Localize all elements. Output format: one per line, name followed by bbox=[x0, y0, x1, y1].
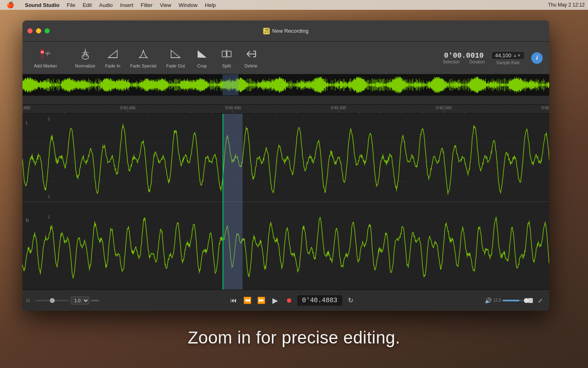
volume-label: 12.0 bbox=[493, 298, 501, 303]
window-title: 🎵 New Recording bbox=[263, 28, 309, 34]
svg-rect-14 bbox=[222, 51, 226, 57]
toolbar: M + Add Marker Normalize bbox=[22, 42, 549, 74]
svg-marker-8 bbox=[108, 50, 117, 58]
fade-in-button[interactable]: Fade In bbox=[100, 45, 125, 71]
selection-region bbox=[223, 114, 243, 289]
split-icon bbox=[220, 48, 233, 62]
apple-menu[interactable]: 🍎 bbox=[3, 0, 18, 9]
zoom-label: 1x bbox=[26, 298, 34, 303]
split-label: Split bbox=[222, 63, 231, 68]
sample-rate-box: 44,100 ▲▼ Sample Rate bbox=[491, 51, 525, 65]
right-db-top: 6 bbox=[48, 215, 50, 220]
menu-view[interactable]: View bbox=[157, 1, 175, 9]
selection-info: 0'00.0010 Selection Duration bbox=[443, 52, 485, 64]
sample-rate-label: Sample Rate bbox=[496, 61, 520, 65]
close-button[interactable] bbox=[27, 28, 33, 34]
zoom-slider[interactable] bbox=[36, 300, 69, 301]
menu-app-name[interactable]: Sound Studio bbox=[22, 1, 62, 9]
add-marker-icon: M + bbox=[39, 48, 51, 62]
menu-window[interactable]: Window bbox=[175, 1, 200, 9]
split-button[interactable]: Split bbox=[214, 45, 239, 71]
time-display: 0'40.4883 bbox=[297, 295, 342, 306]
left-channel-label: L bbox=[26, 120, 28, 125]
menu-help[interactable]: Help bbox=[202, 1, 219, 9]
menu-filter[interactable]: Filter bbox=[138, 1, 156, 9]
title-icon: 🎵 bbox=[263, 28, 270, 34]
volume-section: 🔊 12.0 ⤢ bbox=[485, 295, 546, 306]
left-db-bottom: 6 bbox=[48, 195, 50, 199]
svg-marker-11 bbox=[171, 50, 180, 58]
expand-button[interactable]: ⤢ bbox=[535, 295, 546, 306]
transport-controls: ⏮ ⏪ ⏩ ▶ ⏺ 0'40.4883 ↻ bbox=[228, 295, 356, 306]
play-button[interactable]: ▶ bbox=[270, 295, 281, 306]
fast-forward-button[interactable]: ⏩ bbox=[256, 295, 267, 306]
svg-text:+: + bbox=[48, 50, 50, 54]
transport-bar: 1x 1.0 2.0 4.0 0.5 ⏮ ⏪ ⏩ ▶ ⏺ 0'40. bbox=[22, 289, 549, 311]
menu-insert[interactable]: Insert bbox=[117, 1, 137, 9]
fade-special-button[interactable]: Fade Special bbox=[125, 45, 161, 71]
sample-rate-value: 44,100 ▲▼ bbox=[491, 51, 525, 60]
crop-label: Crop bbox=[197, 63, 207, 68]
zoom-select[interactable]: 1.0 2.0 4.0 0.5 bbox=[71, 296, 89, 305]
channel-divider bbox=[22, 202, 549, 202]
fade-in-label: Fade In bbox=[105, 63, 120, 68]
volume-icon[interactable]: 🔊 bbox=[485, 297, 492, 304]
add-marker-button[interactable]: M + Add Marker bbox=[29, 45, 62, 71]
timeline-ruler bbox=[22, 96, 549, 105]
fade-out-button[interactable]: Fade Out bbox=[161, 45, 190, 71]
selection-label-text: Selection bbox=[443, 60, 459, 64]
crop-icon bbox=[196, 48, 208, 62]
fade-special-icon bbox=[137, 48, 149, 62]
delete-button[interactable]: Delete bbox=[239, 45, 263, 71]
rewind-button[interactable]: ⏪ bbox=[242, 295, 253, 306]
window-controls bbox=[27, 28, 50, 34]
volume-slider[interactable] bbox=[503, 300, 526, 301]
svg-point-6 bbox=[82, 54, 89, 59]
maximize-button[interactable] bbox=[45, 28, 50, 34]
normalize-label: Normalize bbox=[75, 63, 96, 68]
zoom-slider-thumb bbox=[50, 298, 55, 303]
app-window: 🎵 New Recording M + Add Marker bbox=[22, 20, 549, 311]
fade-special-label: Fade Special bbox=[130, 63, 156, 68]
crop-button[interactable]: Crop bbox=[190, 45, 214, 71]
overview-canvas bbox=[22, 74, 549, 95]
menu-file[interactable]: File bbox=[63, 1, 78, 9]
left-db-top: 6 bbox=[48, 117, 50, 121]
record-button[interactable]: ⏺ bbox=[283, 295, 295, 306]
fade-out-icon bbox=[169, 48, 182, 62]
caption-text: Zoom in for precise editing. bbox=[0, 328, 588, 348]
loop-button[interactable]: ↻ bbox=[345, 295, 356, 306]
zoom-section: 1x 1.0 2.0 4.0 0.5 bbox=[26, 296, 99, 305]
fade-in-icon bbox=[107, 48, 119, 62]
duration-label-text: Duration bbox=[470, 60, 485, 64]
playhead bbox=[223, 114, 223, 289]
menu-edit[interactable]: Edit bbox=[79, 1, 95, 9]
scroll-indicator bbox=[91, 300, 99, 301]
normalize-button[interactable]: Normalize bbox=[70, 45, 100, 71]
volume-thumb bbox=[524, 298, 529, 303]
delete-label: Delete bbox=[245, 63, 258, 68]
window-title-text: New Recording bbox=[272, 28, 309, 34]
ruler-labels bbox=[22, 96, 549, 104]
info-button[interactable]: i bbox=[531, 52, 543, 64]
delete-icon bbox=[245, 48, 257, 62]
minimize-button[interactable] bbox=[36, 28, 41, 34]
titlebar: 🎵 New Recording bbox=[22, 20, 549, 42]
menu-audio[interactable]: Audio bbox=[96, 1, 116, 9]
menubar-datetime: Thu May 2 12:12 bbox=[548, 2, 585, 8]
detail-ruler bbox=[22, 105, 549, 114]
svg-line-18 bbox=[247, 54, 250, 57]
volume-fill bbox=[503, 300, 519, 301]
svg-line-19 bbox=[247, 51, 250, 54]
right-channel-label: R bbox=[26, 218, 29, 223]
fade-out-label: Fade Out bbox=[166, 63, 185, 68]
waveform-detail[interactable]: L 6 6 R 6 6 bbox=[22, 114, 549, 289]
menubar: 🍎 Sound Studio File Edit Audio Insert Fi… bbox=[0, 0, 588, 10]
content-area: L 6 6 R 6 6 1x bbox=[22, 74, 549, 311]
normalize-icon bbox=[79, 48, 91, 62]
svg-marker-13 bbox=[198, 50, 207, 58]
waveform-overview[interactable] bbox=[22, 74, 549, 96]
add-marker-label: Add Marker bbox=[34, 63, 57, 68]
selection-time-value: 0'00.0010 bbox=[444, 52, 483, 60]
go-to-start-button[interactable]: ⏮ bbox=[228, 295, 239, 306]
